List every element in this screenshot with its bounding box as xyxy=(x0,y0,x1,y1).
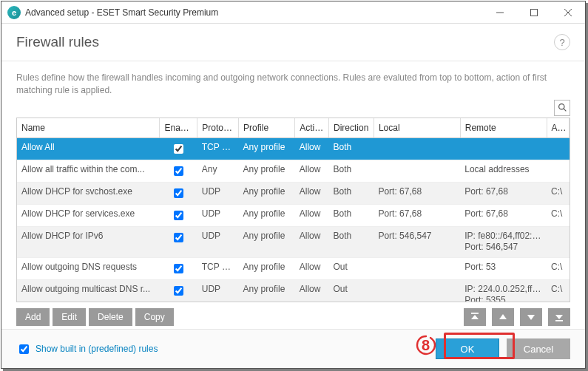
show-builtin-label: Show built in (predefined) rules xyxy=(36,344,158,354)
col-action[interactable]: Action xyxy=(295,118,329,138)
description-text: Rules define how the firewall handles in… xyxy=(16,72,570,97)
col-protocol[interactable]: Protocol xyxy=(197,118,239,138)
delete-button[interactable]: Delete xyxy=(89,308,132,326)
table-row[interactable]: Allow all traffic within the com...AnyAn… xyxy=(17,160,570,182)
row-enabled-checkbox[interactable] xyxy=(174,166,183,176)
row-enabled-checkbox[interactable] xyxy=(174,286,183,296)
table-row[interactable]: Allow outgoing multicast DNS r...UDPAny … xyxy=(17,279,570,302)
footer: Show built in (predefined) rules OK Canc… xyxy=(1,329,585,368)
rules-table: Name Enabled Protocol Profile Action Dir… xyxy=(16,118,570,302)
copy-button[interactable]: Copy xyxy=(135,308,174,326)
edit-button[interactable]: Edit xyxy=(53,308,86,326)
maximize-button[interactable] xyxy=(517,1,551,24)
row-enabled-checkbox[interactable] xyxy=(174,264,183,273)
table-row[interactable]: Allow AllTCP &...Any profileAllowBoth xyxy=(17,137,570,160)
titlebar: Advanced setup - ESET Smart Security Pre… xyxy=(1,1,585,24)
cancel-button[interactable]: Cancel xyxy=(507,338,570,359)
page-header: Firewall rules ? xyxy=(1,24,585,61)
table-row[interactable]: Allow DHCP for services.exeUDPAny profil… xyxy=(17,204,570,226)
row-enabled-checkbox[interactable] xyxy=(174,144,183,154)
move-up-button[interactable] xyxy=(492,308,514,326)
move-top-button[interactable] xyxy=(464,308,486,326)
svg-rect-3 xyxy=(555,320,563,321)
col-direction[interactable]: Direction xyxy=(328,118,374,138)
search-button[interactable] xyxy=(554,100,570,116)
col-enabled[interactable]: Enabled xyxy=(160,118,197,138)
col-remote[interactable]: Remote xyxy=(460,118,547,138)
eset-logo-icon xyxy=(7,6,21,19)
row-enabled-checkbox[interactable] xyxy=(174,188,183,198)
action-bar: Add Edit Delete Copy xyxy=(16,302,570,329)
show-builtin-input[interactable] xyxy=(19,344,29,354)
show-builtin-checkbox[interactable]: Show built in (predefined) rules xyxy=(16,342,158,356)
svg-rect-2 xyxy=(471,313,479,314)
move-down-button[interactable] xyxy=(520,308,542,326)
help-button[interactable]: ? xyxy=(554,34,570,50)
col-profile[interactable]: Profile xyxy=(239,118,295,138)
row-enabled-checkbox[interactable] xyxy=(174,233,183,242)
minimize-button[interactable] xyxy=(483,1,517,24)
row-enabled-checkbox[interactable] xyxy=(174,211,183,220)
close-button[interactable] xyxy=(551,1,585,24)
table-row[interactable]: Allow DHCP for IPv6UDPAny profileAllowBo… xyxy=(17,226,570,257)
move-bottom-button[interactable] xyxy=(548,308,570,326)
col-name[interactable]: Name xyxy=(17,118,160,138)
table-row[interactable]: Allow DHCP for svchost.exeUDPAny profile… xyxy=(17,182,570,204)
ok-button[interactable]: OK xyxy=(436,338,499,359)
page-title: Firewall rules xyxy=(16,34,99,50)
col-local[interactable]: Local xyxy=(374,118,460,138)
svg-point-1 xyxy=(558,104,564,109)
col-app[interactable]: Ap... xyxy=(547,118,569,138)
svg-rect-0 xyxy=(531,9,538,16)
window-title: Advanced setup - ESET Smart Security Pre… xyxy=(25,7,218,18)
add-button[interactable]: Add xyxy=(16,308,50,326)
table-row[interactable]: Allow outgoing DNS requestsTCP &...Any p… xyxy=(17,257,570,279)
